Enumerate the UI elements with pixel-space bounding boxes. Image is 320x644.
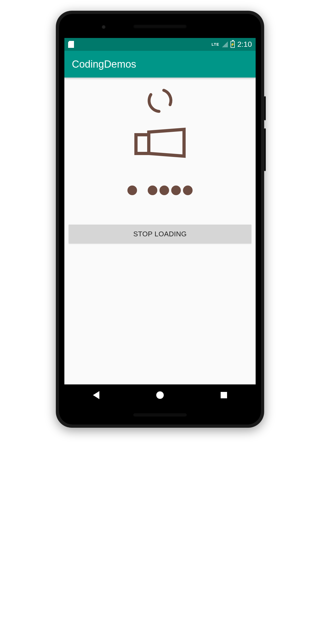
dots-spinner-icon xyxy=(127,186,193,195)
dot xyxy=(148,186,157,195)
status-bar: LTE ⚡ 2:10 xyxy=(64,38,256,51)
status-left xyxy=(68,41,74,48)
screen: LTE ⚡ 2:10 CodingDemos xyxy=(64,38,256,406)
app-title: CodingDemos xyxy=(72,59,136,70)
device-camera xyxy=(102,25,106,29)
battery-charging-icon: ⚡ xyxy=(231,41,235,48)
content-area: STOP LOADING xyxy=(64,78,256,384)
sd-card-icon xyxy=(68,41,74,48)
dot xyxy=(171,186,181,195)
dot xyxy=(159,186,169,195)
navigation-bar xyxy=(64,384,256,406)
device-side-button xyxy=(264,96,266,120)
app-bar: CodingDemos xyxy=(64,51,256,78)
status-right: LTE ⚡ 2:10 xyxy=(212,40,252,49)
nav-back-button[interactable] xyxy=(91,390,102,400)
stop-loading-button[interactable]: STOP LOADING xyxy=(69,225,251,243)
device-speaker-top xyxy=(133,25,187,28)
recent-apps-icon xyxy=(221,392,227,398)
device-inner: LTE ⚡ 2:10 CodingDemos xyxy=(59,14,261,425)
signal-icon xyxy=(222,41,228,47)
nav-recent-button[interactable] xyxy=(218,390,229,400)
svg-marker-3 xyxy=(149,129,184,156)
network-lte-label: LTE xyxy=(212,42,219,47)
device-side-button xyxy=(264,128,266,171)
dot xyxy=(183,186,193,195)
device-frame: LTE ⚡ 2:10 CodingDemos xyxy=(56,11,264,428)
dot xyxy=(127,186,137,195)
device-speaker-bottom xyxy=(133,413,187,417)
megaphone-spinner-icon xyxy=(128,121,192,164)
home-icon xyxy=(156,391,164,399)
nav-home-button[interactable] xyxy=(155,390,165,400)
circular-spinner-icon xyxy=(144,84,176,117)
back-icon xyxy=(93,391,99,399)
svg-rect-2 xyxy=(136,135,149,153)
status-clock: 2:10 xyxy=(237,40,252,49)
